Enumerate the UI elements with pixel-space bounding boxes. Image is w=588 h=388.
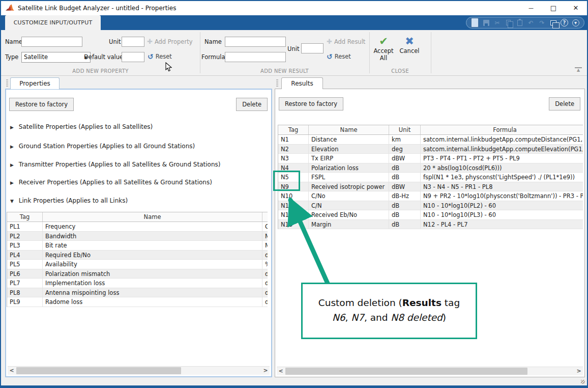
table-row[interactable]: N2Elevationdegsatcom.internal.linkbudget… — [278, 145, 583, 154]
property-unit-input[interactable] — [122, 37, 144, 47]
window-bottom-border — [1, 385, 587, 387]
restore-to-factory-button[interactable]: Restore to factory — [9, 98, 74, 111]
deleted-tags-highlight-box — [273, 171, 300, 191]
property-name-input[interactable] — [21, 37, 82, 47]
accept-all-button[interactable]: ✔ Accept All — [369, 35, 398, 62]
results-panel-body: Restore to factory Delete TagNameUnitFor… — [275, 89, 585, 377]
table-cell: PL2 — [7, 232, 43, 241]
table-row[interactable]: N13MargindBN12 - PL4 - PL7 — [278, 220, 583, 230]
column-header[interactable]: Name — [43, 212, 262, 221]
ribbon-toolbar: Name Unit ✚ Add Property Type Satellite … — [1, 30, 587, 76]
default-value-input[interactable] — [122, 52, 144, 62]
section-transmitter-properties[interactable]: ▶ Transmitter Properties (Applies to all… — [10, 161, 220, 168]
scrollbar-thumb[interactable] — [285, 368, 527, 375]
property-type-select[interactable]: Satellite ▼ — [21, 52, 91, 63]
tab-properties[interactable]: Properties — [10, 77, 60, 89]
column-header[interactable]: Unit — [389, 125, 421, 134]
table-cell: Distance — [309, 135, 389, 144]
scroll-right-icon[interactable]: > — [575, 367, 583, 375]
table-cell: Radome loss — [43, 297, 262, 307]
undo-icon — [527, 19, 535, 26]
table-row[interactable]: PL2BandwidthMHz — [7, 232, 268, 241]
table-cell: N3 — [278, 154, 309, 163]
table-row[interactable]: PL6Polarization mismatchdB — [7, 269, 268, 279]
table-row[interactable]: N3Tx EIRPdBWPT3 - PT4 - PT1 - PT2 + PT5 … — [278, 154, 583, 163]
collapsed-arrow-icon: ▶ — [10, 180, 17, 185]
minimize-button[interactable]: — — [520, 1, 542, 15]
section-receiver-properties[interactable]: ▶ Receiver Properties (Applies to all Sa… — [10, 179, 212, 186]
table-row[interactable]: N11C/NdBN10 - 10*log10(PL2) - 60 — [278, 201, 583, 211]
table-cell: PL7 — [7, 279, 43, 288]
column-header[interactable]: Name — [309, 125, 389, 134]
preview-icon[interactable] — [471, 19, 479, 26]
table-row[interactable]: PL3Bit rateMbps — [7, 241, 268, 251]
tab-customize-input-output[interactable]: CUSTOMIZE INPUT/OUTPUT — [5, 15, 101, 30]
table-cell: PL9 — [7, 297, 43, 307]
property-reset-button[interactable]: ↺ Reset — [148, 52, 172, 61]
table-row[interactable]: N10C/NodB-HzN9 + PR2 - 10*log10(physcons… — [278, 191, 583, 201]
table-row[interactable]: PL8Antenna mispointing lossdB — [7, 288, 268, 298]
window-title: Satellite Link Budget Analyzer - untitle… — [18, 5, 176, 12]
table-row[interactable]: PL1FrequencyGHz — [7, 222, 268, 232]
table-row[interactable]: PL5Availability% — [7, 260, 268, 269]
title-bar: Satellite Link Budget Analyzer - untitle… — [1, 1, 587, 15]
results-table-clip: TagNameUnitFormulaN1Distancekmsatcom.int… — [278, 125, 583, 229]
cut-icon — [493, 19, 501, 26]
scrollbar-thumb[interactable] — [16, 367, 181, 374]
horizontal-scrollbar[interactable]: < > — [277, 367, 583, 375]
table-cell: PL3 — [7, 241, 43, 250]
column-header[interactable]: Tag — [7, 212, 43, 221]
table-cell: C/No — [309, 191, 389, 201]
result-name-input[interactable] — [225, 37, 286, 47]
panel-grip[interactable] — [6, 79, 8, 88]
tab-results[interactable]: Results — [281, 77, 323, 89]
column-header[interactable]: Formula — [421, 125, 583, 134]
maximize-button[interactable]: □ — [542, 1, 565, 15]
close-button[interactable]: ✕ — [565, 1, 587, 15]
table-row[interactable]: PL7Implementation lossdB — [7, 279, 268, 288]
table-row[interactable]: N4Polarization lossdB20 * abs(log10(cosd… — [278, 163, 583, 173]
window-resize-grip[interactable] — [581, 380, 585, 384]
cancel-x-icon: ✖ — [395, 35, 424, 47]
cancel-button[interactable]: ✖ Cancel — [395, 35, 424, 54]
table-row[interactable]: PL4Required Eb/NodB — [7, 251, 268, 260]
table-row[interactable]: N1Distancekmsatcom.internal.linkbudgetAp… — [278, 135, 583, 145]
horizontal-scrollbar[interactable]: < > — [8, 366, 270, 375]
section-link-properties[interactable]: ▼ Link Properties (Applies to all Links) — [10, 197, 128, 204]
table-cell: Received isotropic power — [309, 182, 389, 191]
redo-icon — [538, 19, 546, 26]
table-row[interactable]: N9Received isotropic powerdBWN3 - N4 - N… — [278, 182, 583, 192]
table-cell: PL5 — [7, 260, 43, 269]
restore-to-factory-button[interactable]: Restore to factory — [279, 97, 343, 110]
section-satellite-properties[interactable]: ▶ Satellite Properties (Applies to all S… — [10, 123, 153, 130]
scroll-left-icon[interactable]: < — [277, 367, 285, 375]
scroll-right-icon[interactable]: > — [261, 367, 270, 375]
section-ground-station-properties[interactable]: ▶ Ground Station Properties (Applies to … — [10, 143, 195, 150]
table-row[interactable]: N5FSPLdBfspl(N1 * 1e3, physconst('LightS… — [278, 173, 583, 182]
table-cell: PL1 — [7, 222, 43, 231]
delete-button[interactable]: Delete — [236, 98, 268, 111]
delete-button[interactable]: Delete — [549, 97, 580, 110]
column-header[interactable]: Unit — [262, 212, 268, 221]
help-icon[interactable]: ? — [561, 19, 568, 26]
add-new-property-section-label: ADD NEW PROPERTY — [1, 68, 200, 74]
collapse-ribbon-icon[interactable]: ▲ — [575, 67, 582, 72]
window-layout-icon[interactable] — [549, 19, 557, 26]
table-cell: 20 * abs(log10(cosd(PL6))) — [421, 163, 583, 173]
table-cell: dBW — [389, 182, 421, 191]
results-table: TagNameUnitFormulaN1Distancekmsatcom.int… — [278, 125, 583, 229]
result-formula-input[interactable] — [225, 52, 286, 62]
result-unit-input[interactable] — [301, 43, 324, 53]
table-cell: Frequency — [43, 222, 262, 231]
table-cell: Bandwidth — [43, 232, 262, 241]
panel-grip[interactable] — [276, 79, 278, 88]
dropdown-icon[interactable] — [572, 19, 579, 26]
result-reset-button[interactable]: ↺ Reset — [327, 52, 351, 61]
table-cell: Availability — [43, 260, 262, 269]
column-header[interactable]: Tag — [278, 125, 309, 134]
table-row[interactable]: PL9Radome lossdB — [7, 297, 268, 307]
table-cell: PL8 — [7, 288, 43, 297]
table-cell: N10 - 10*log10(PL3) - 60 — [421, 210, 583, 219]
table-row[interactable]: N12Received Eb/NodBN10 - 10*log10(PL3) -… — [278, 210, 583, 220]
scroll-left-icon[interactable]: < — [8, 367, 16, 375]
